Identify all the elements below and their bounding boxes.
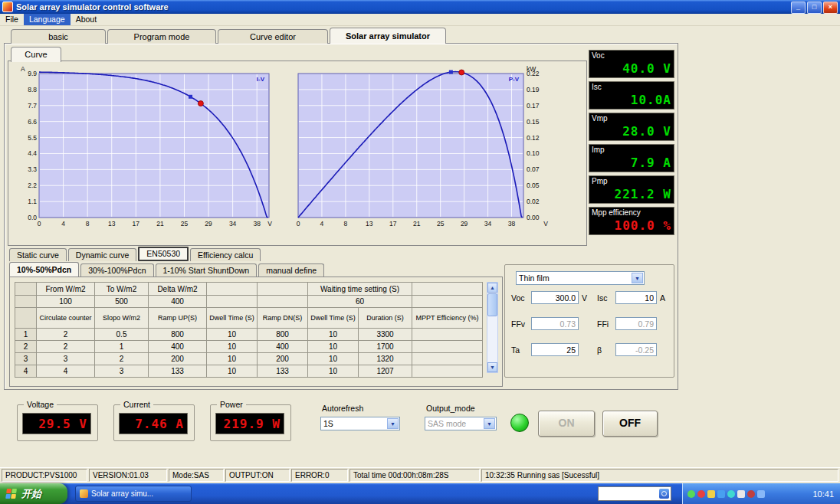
tab-solar-array-simulator[interactable]: Solar array simulator xyxy=(330,28,446,44)
tab-program-mode[interactable]: Program mode xyxy=(107,29,216,44)
ffv-field[interactable] xyxy=(531,317,579,330)
cell[interactable]: 1320 xyxy=(359,353,412,365)
tray-icon[interactable] xyxy=(757,490,765,498)
tab-curve-editor[interactable]: Curve editor xyxy=(218,29,328,44)
cell[interactable]: 10 xyxy=(308,365,359,378)
cell[interactable]: 0.5 xyxy=(95,329,149,341)
tray-icon[interactable] xyxy=(747,490,755,498)
cell[interactable]: 1 xyxy=(95,341,149,353)
tab-curve[interactable]: Curve xyxy=(11,47,61,62)
cell[interactable] xyxy=(412,353,483,365)
cell[interactable]: 400 xyxy=(149,341,207,353)
tab-10-50-pdcn[interactable]: 10%-50%Pdcn xyxy=(9,262,79,277)
cell[interactable]: 400 xyxy=(258,341,308,353)
tab-dynamic-curve[interactable]: Dynamic curve xyxy=(68,248,136,261)
col-header-ramp-up: Ramp UP(S) xyxy=(149,308,207,329)
ta-field[interactable] xyxy=(531,343,579,356)
cell[interactable]: 3 xyxy=(95,365,149,378)
cell[interactable]: 10 xyxy=(308,329,359,341)
cell[interactable]: 200 xyxy=(258,353,308,365)
close-button[interactable]: × xyxy=(823,2,838,14)
svg-text:1.1: 1.1 xyxy=(28,198,37,205)
voltage-group: Voltage 29.5 V xyxy=(17,404,98,441)
voc-param-field[interactable] xyxy=(531,291,579,304)
tray-icon[interactable] xyxy=(707,490,715,498)
current-label: Current xyxy=(120,400,153,409)
tray-icon[interactable] xyxy=(727,490,735,498)
menu-about[interactable]: About xyxy=(71,14,102,25)
cell[interactable] xyxy=(412,329,483,341)
cell[interactable]: 2 xyxy=(37,341,95,353)
tab-static-curve[interactable]: Static curve xyxy=(9,248,67,261)
cell-from[interactable]: 100 xyxy=(37,296,95,308)
on-button[interactable]: ON xyxy=(538,411,595,437)
start-button[interactable]: 开始 xyxy=(0,483,67,504)
svg-text:2.2: 2.2 xyxy=(28,182,37,189)
cell[interactable]: 800 xyxy=(258,329,308,341)
svg-text:4: 4 xyxy=(320,220,324,227)
ffi-field[interactable] xyxy=(615,317,657,330)
cell[interactable]: 10 xyxy=(308,353,359,365)
taskbar-search[interactable] xyxy=(598,486,671,501)
cell[interactable]: 800 xyxy=(149,329,207,341)
off-button[interactable]: OFF xyxy=(602,411,658,437)
cell[interactable]: 133 xyxy=(149,365,207,378)
isc-param-unit: A xyxy=(660,293,665,303)
cell[interactable] xyxy=(412,365,483,378)
cell-waiting-time[interactable]: 60 xyxy=(308,296,412,308)
tray-icon[interactable] xyxy=(737,490,745,498)
tab-30-100-pdcn[interactable]: 30%-100%Pdcn xyxy=(80,263,153,277)
taskbar-task-button[interactable]: Solar array simu... xyxy=(75,486,192,502)
taskbar-search-input[interactable] xyxy=(599,488,659,499)
chevron-down-icon[interactable]: ▼ xyxy=(484,418,495,429)
search-icon[interactable] xyxy=(659,489,669,499)
tab-start-shuntdown[interactable]: 1-10% Start ShuntDown xyxy=(156,263,258,277)
cell[interactable] xyxy=(412,341,483,353)
module-type-select[interactable]: Thin film ▼ xyxy=(516,271,645,285)
svg-text:0.05: 0.05 xyxy=(527,182,540,189)
beta-field[interactable] xyxy=(615,343,657,356)
cell[interactable]: 10 xyxy=(308,341,359,353)
tab-basic[interactable]: basic xyxy=(11,29,106,44)
isc-param-field[interactable] xyxy=(615,291,657,304)
cell[interactable]: 10 xyxy=(207,329,258,341)
tab-en50530[interactable]: EN50530 xyxy=(138,247,189,261)
scrollbar-thumb[interactable] xyxy=(487,293,497,316)
cell[interactable]: 3300 xyxy=(359,329,412,341)
cell[interactable]: 133 xyxy=(258,365,308,378)
scroll-up-icon[interactable]: ▲ xyxy=(487,283,497,293)
tab-efficiency-calcu[interactable]: Efficiency calcu xyxy=(190,248,261,261)
cell[interactable]: 10 xyxy=(207,353,258,365)
svg-text:0.10: 0.10 xyxy=(527,149,540,157)
voltage-label: Voltage xyxy=(24,400,57,409)
autorefresh-value: 1S xyxy=(321,419,387,428)
menu-language[interactable]: Language xyxy=(24,14,71,25)
cell[interactable]: 3 xyxy=(37,353,95,365)
chevron-down-icon[interactable]: ▼ xyxy=(632,273,643,283)
maximize-button[interactable]: □ xyxy=(807,2,822,14)
minimize-button[interactable]: _ xyxy=(791,2,806,14)
autorefresh-select[interactable]: 1S ▼ xyxy=(320,417,400,430)
cell[interactable]: 2 xyxy=(95,353,149,365)
cell[interactable]: 1700 xyxy=(359,341,412,353)
blank-cell xyxy=(412,283,483,296)
tray-icon[interactable] xyxy=(697,490,705,498)
tray-icon[interactable] xyxy=(687,490,695,498)
cell[interactable]: 2 xyxy=(37,329,95,341)
chevron-down-icon[interactable]: ▼ xyxy=(387,418,399,429)
tab-manual-define[interactable]: manual define xyxy=(258,263,324,277)
cell-delta[interactable]: 400 xyxy=(149,296,207,308)
scroll-down-icon[interactable]: ▼ xyxy=(487,362,497,372)
cell[interactable]: 10 xyxy=(207,365,258,378)
menu-file[interactable]: File xyxy=(0,14,24,25)
cell-to[interactable]: 500 xyxy=(95,296,149,308)
cell[interactable]: 200 xyxy=(149,353,207,365)
output-mode-select[interactable]: SAS mode ▼ xyxy=(425,417,497,430)
cell[interactable]: 10 xyxy=(207,341,258,353)
cell[interactable]: 4 xyxy=(37,365,95,378)
window-controls: _ □ × xyxy=(791,2,838,14)
status-message: 10:32:35 Running sas [Sucessful] xyxy=(481,469,838,482)
tray-icon[interactable] xyxy=(717,490,725,498)
cell[interactable]: 1207 xyxy=(359,365,412,378)
table-scrollbar[interactable]: ▲ ▼ xyxy=(487,282,498,373)
